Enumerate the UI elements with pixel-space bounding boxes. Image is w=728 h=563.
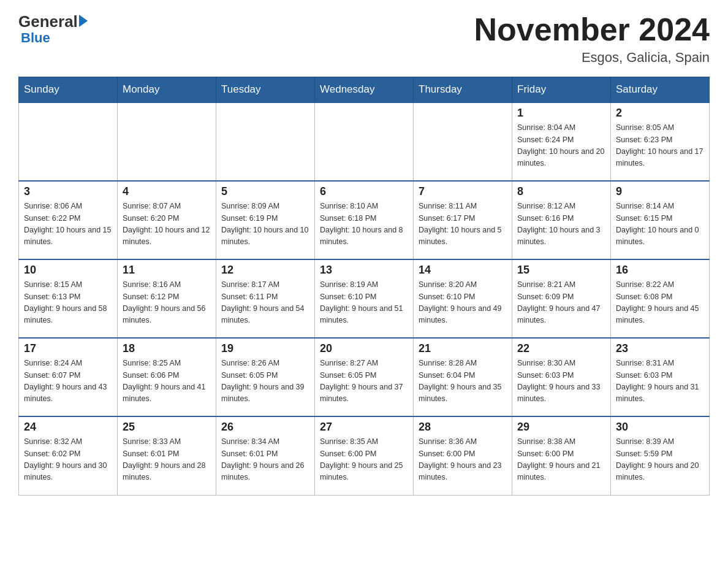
calendar-cell: 1Sunrise: 8:04 AMSunset: 6:24 PMDaylight… bbox=[512, 102, 611, 181]
calendar-cell bbox=[216, 102, 315, 181]
day-number: 17 bbox=[24, 342, 112, 355]
day-number: 29 bbox=[517, 421, 605, 434]
calendar-cell: 8Sunrise: 8:12 AMSunset: 6:16 PMDaylight… bbox=[512, 181, 611, 259]
day-info: Sunrise: 8:25 AMSunset: 6:06 PMDaylight:… bbox=[123, 358, 211, 405]
day-number: 8 bbox=[517, 185, 605, 198]
day-number: 3 bbox=[24, 185, 112, 198]
day-number: 10 bbox=[24, 264, 112, 277]
calendar-cell: 18Sunrise: 8:25 AMSunset: 6:06 PMDayligh… bbox=[118, 338, 216, 416]
day-number: 16 bbox=[616, 264, 704, 277]
day-number: 7 bbox=[419, 185, 507, 198]
day-number: 22 bbox=[517, 342, 605, 355]
day-info: Sunrise: 8:05 AMSunset: 6:23 PMDaylight:… bbox=[616, 122, 704, 170]
day-info: Sunrise: 8:12 AMSunset: 6:16 PMDaylight:… bbox=[517, 201, 605, 248]
day-info: Sunrise: 8:10 AMSunset: 6:18 PMDaylight:… bbox=[320, 201, 408, 248]
day-number: 23 bbox=[616, 342, 704, 355]
day-number: 9 bbox=[616, 185, 704, 198]
calendar-cell: 10Sunrise: 8:15 AMSunset: 6:13 PMDayligh… bbox=[19, 259, 118, 338]
calendar: SundayMondayTuesdayWednesdayThursdayFrid… bbox=[18, 77, 710, 496]
day-number: 15 bbox=[517, 264, 605, 277]
day-info: Sunrise: 8:32 AMSunset: 6:02 PMDaylight:… bbox=[24, 436, 112, 484]
calendar-week-1: 1Sunrise: 8:04 AMSunset: 6:24 PMDaylight… bbox=[19, 102, 710, 181]
day-info: Sunrise: 8:36 AMSunset: 6:00 PMDaylight:… bbox=[419, 436, 507, 484]
calendar-cell: 23Sunrise: 8:31 AMSunset: 6:03 PMDayligh… bbox=[611, 338, 710, 416]
calendar-cell: 26Sunrise: 8:34 AMSunset: 6:01 PMDayligh… bbox=[216, 416, 315, 495]
calendar-cell: 9Sunrise: 8:14 AMSunset: 6:15 PMDaylight… bbox=[611, 181, 710, 259]
calendar-cell bbox=[414, 102, 512, 181]
day-info: Sunrise: 8:19 AMSunset: 6:10 PMDaylight:… bbox=[320, 279, 408, 327]
calendar-cell: 16Sunrise: 8:22 AMSunset: 6:08 PMDayligh… bbox=[611, 259, 710, 338]
weekday-header-saturday: Saturday bbox=[611, 77, 710, 103]
day-info: Sunrise: 8:16 AMSunset: 6:12 PMDaylight:… bbox=[123, 279, 211, 327]
day-number: 28 bbox=[419, 421, 507, 434]
calendar-cell bbox=[118, 102, 216, 181]
calendar-cell: 21Sunrise: 8:28 AMSunset: 6:04 PMDayligh… bbox=[414, 338, 512, 416]
calendar-cell: 29Sunrise: 8:38 AMSunset: 6:00 PMDayligh… bbox=[512, 416, 611, 495]
calendar-cell: 13Sunrise: 8:19 AMSunset: 6:10 PMDayligh… bbox=[315, 259, 414, 338]
title-area: November 2024 Esgos, Galicia, Spain bbox=[474, 12, 710, 66]
day-info: Sunrise: 8:26 AMSunset: 6:05 PMDaylight:… bbox=[221, 358, 309, 405]
weekday-header-thursday: Thursday bbox=[414, 77, 512, 103]
calendar-cell: 15Sunrise: 8:21 AMSunset: 6:09 PMDayligh… bbox=[512, 259, 611, 338]
logo: General bbox=[18, 12, 88, 31]
day-number: 30 bbox=[616, 421, 704, 434]
weekday-header-monday: Monday bbox=[118, 77, 216, 103]
day-info: Sunrise: 8:34 AMSunset: 6:01 PMDaylight:… bbox=[221, 436, 309, 484]
weekday-header-friday: Friday bbox=[512, 77, 611, 103]
day-number: 4 bbox=[123, 185, 211, 198]
calendar-cell: 6Sunrise: 8:10 AMSunset: 6:18 PMDaylight… bbox=[315, 181, 414, 259]
calendar-cell: 25Sunrise: 8:33 AMSunset: 6:01 PMDayligh… bbox=[118, 416, 216, 495]
calendar-cell: 4Sunrise: 8:07 AMSunset: 6:20 PMDaylight… bbox=[118, 181, 216, 259]
day-info: Sunrise: 8:24 AMSunset: 6:07 PMDaylight:… bbox=[24, 358, 112, 405]
weekday-header-tuesday: Tuesday bbox=[216, 77, 315, 103]
logo-general-text: General bbox=[18, 12, 78, 31]
day-info: Sunrise: 8:30 AMSunset: 6:03 PMDaylight:… bbox=[517, 358, 605, 405]
day-info: Sunrise: 8:04 AMSunset: 6:24 PMDaylight:… bbox=[517, 122, 605, 170]
calendar-cell: 7Sunrise: 8:11 AMSunset: 6:17 PMDaylight… bbox=[414, 181, 512, 259]
day-info: Sunrise: 8:21 AMSunset: 6:09 PMDaylight:… bbox=[517, 279, 605, 327]
day-number: 1 bbox=[517, 107, 605, 120]
day-number: 18 bbox=[123, 342, 211, 355]
day-info: Sunrise: 8:33 AMSunset: 6:01 PMDaylight:… bbox=[123, 436, 211, 484]
calendar-cell: 5Sunrise: 8:09 AMSunset: 6:19 PMDaylight… bbox=[216, 181, 315, 259]
day-info: Sunrise: 8:39 AMSunset: 5:59 PMDaylight:… bbox=[616, 436, 704, 484]
day-info: Sunrise: 8:07 AMSunset: 6:20 PMDaylight:… bbox=[123, 201, 211, 248]
calendar-cell: 12Sunrise: 8:17 AMSunset: 6:11 PMDayligh… bbox=[216, 259, 315, 338]
day-number: 25 bbox=[123, 421, 211, 434]
day-number: 19 bbox=[221, 342, 309, 355]
day-info: Sunrise: 8:06 AMSunset: 6:22 PMDaylight:… bbox=[24, 201, 112, 248]
calendar-cell: 20Sunrise: 8:27 AMSunset: 6:05 PMDayligh… bbox=[315, 338, 414, 416]
day-info: Sunrise: 8:35 AMSunset: 6:00 PMDaylight:… bbox=[320, 436, 408, 484]
day-info: Sunrise: 8:17 AMSunset: 6:11 PMDaylight:… bbox=[221, 279, 309, 327]
day-info: Sunrise: 8:31 AMSunset: 6:03 PMDaylight:… bbox=[616, 358, 704, 405]
day-number: 26 bbox=[221, 421, 309, 434]
calendar-week-5: 24Sunrise: 8:32 AMSunset: 6:02 PMDayligh… bbox=[19, 416, 710, 495]
day-number: 6 bbox=[320, 185, 408, 198]
day-info: Sunrise: 8:11 AMSunset: 6:17 PMDaylight:… bbox=[419, 201, 507, 248]
day-info: Sunrise: 8:14 AMSunset: 6:15 PMDaylight:… bbox=[616, 201, 704, 248]
calendar-cell: 30Sunrise: 8:39 AMSunset: 5:59 PMDayligh… bbox=[611, 416, 710, 495]
day-info: Sunrise: 8:20 AMSunset: 6:10 PMDaylight:… bbox=[419, 279, 507, 327]
calendar-cell bbox=[315, 102, 414, 181]
calendar-cell: 3Sunrise: 8:06 AMSunset: 6:22 PMDaylight… bbox=[19, 181, 118, 259]
day-info: Sunrise: 8:09 AMSunset: 6:19 PMDaylight:… bbox=[221, 201, 309, 248]
month-title: November 2024 bbox=[474, 12, 710, 47]
calendar-week-3: 10Sunrise: 8:15 AMSunset: 6:13 PMDayligh… bbox=[19, 259, 710, 338]
day-number: 21 bbox=[419, 342, 507, 355]
calendar-cell: 24Sunrise: 8:32 AMSunset: 6:02 PMDayligh… bbox=[19, 416, 118, 495]
day-number: 24 bbox=[24, 421, 112, 434]
day-number: 27 bbox=[320, 421, 408, 434]
day-info: Sunrise: 8:28 AMSunset: 6:04 PMDaylight:… bbox=[419, 358, 507, 405]
day-info: Sunrise: 8:27 AMSunset: 6:05 PMDaylight:… bbox=[320, 358, 408, 405]
day-number: 12 bbox=[221, 264, 309, 277]
day-number: 11 bbox=[123, 264, 211, 277]
calendar-cell bbox=[19, 102, 118, 181]
day-number: 2 bbox=[616, 107, 704, 120]
logo-area: General Blue bbox=[18, 12, 88, 46]
location-title: Esgos, Galicia, Spain bbox=[474, 50, 710, 66]
logo-arrow-icon bbox=[79, 15, 88, 27]
day-info: Sunrise: 8:22 AMSunset: 6:08 PMDaylight:… bbox=[616, 279, 704, 327]
day-info: Sunrise: 8:38 AMSunset: 6:00 PMDaylight:… bbox=[517, 436, 605, 484]
calendar-week-4: 17Sunrise: 8:24 AMSunset: 6:07 PMDayligh… bbox=[19, 338, 710, 416]
header: General Blue November 2024 Esgos, Galici… bbox=[18, 12, 710, 66]
